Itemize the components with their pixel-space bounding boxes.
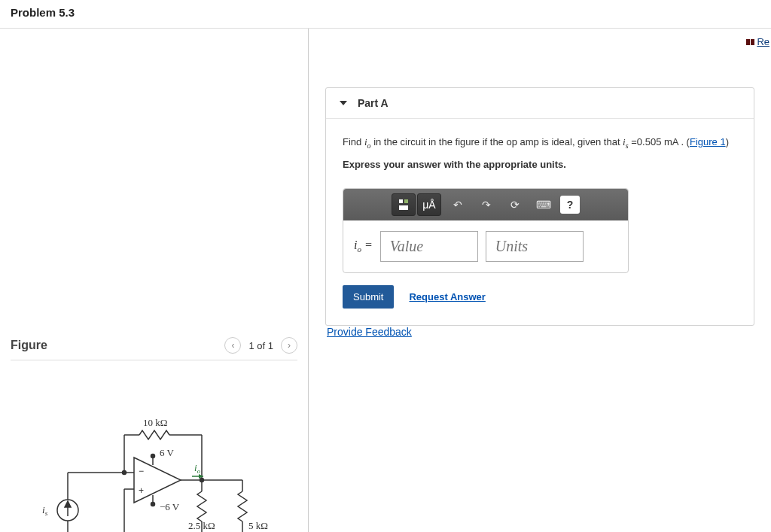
- vminus-label: −6 V: [160, 501, 180, 512]
- undo-button[interactable]: ↶: [446, 193, 470, 216]
- help-button[interactable]: ?: [560, 196, 580, 214]
- figure-pager: ‹ 1 of 1 ›: [224, 337, 297, 354]
- answer-variable-label: io =: [354, 239, 373, 254]
- svg-point-32: [151, 503, 155, 506]
- pager-label: 1 of 1: [248, 340, 273, 351]
- vplus-label: 6 V: [160, 447, 175, 458]
- svg-rect-48: [399, 205, 408, 210]
- redo-button[interactable]: ↷: [474, 193, 498, 216]
- part-title: Part A: [358, 97, 389, 109]
- value-input[interactable]: [380, 231, 478, 262]
- circuit-figure: − +: [30, 405, 286, 532]
- right-pane: Re Part A Find io in the circuit in the …: [309, 29, 771, 532]
- question-prompt: Find io in the circuit in the figure if …: [343, 134, 737, 152]
- figure-heading: Figure: [11, 339, 47, 352]
- input-toolbar: μÅ ↶ ↷ ⟳ ⌨ ?: [343, 189, 628, 220]
- units-input[interactable]: [486, 231, 584, 262]
- review-link[interactable]: Re: [746, 36, 769, 47]
- reset-button[interactable]: ⟳: [503, 193, 527, 216]
- fraction-icon: [398, 199, 410, 211]
- answer-input-area: μÅ ↶ ↷ ⟳ ⌨ ? io =: [343, 188, 629, 273]
- svg-point-44: [123, 471, 126, 475]
- r2-label: 5 kΩ: [248, 520, 268, 531]
- template-button[interactable]: [392, 193, 416, 216]
- svg-text:−: −: [139, 466, 144, 476]
- left-pane: Figure ‹ 1 of 1 ›: [0, 29, 309, 532]
- svg-point-30: [151, 454, 155, 458]
- instruction-text: Express your answer with the appropriate…: [343, 157, 737, 173]
- svg-marker-24: [134, 458, 181, 503]
- pager-prev-button[interactable]: ‹: [224, 337, 241, 354]
- r-top-label: 10 kΩ: [143, 417, 167, 428]
- part-a-section: Part A Find io in the circuit in the fig…: [325, 87, 754, 326]
- submit-button[interactable]: Submit: [343, 285, 394, 309]
- part-header[interactable]: Part A: [326, 88, 754, 119]
- svg-rect-47: [404, 199, 408, 203]
- pager-next-button[interactable]: ›: [281, 337, 297, 354]
- r1-label: 2.5 kΩ: [188, 520, 215, 531]
- problem-title: Problem 5.3: [11, 6, 760, 19]
- svg-text:+: +: [139, 485, 144, 496]
- request-answer-link[interactable]: Request Answer: [409, 291, 485, 302]
- problem-header: Problem 5.3: [0, 0, 771, 29]
- book-icon: [746, 39, 754, 45]
- svg-rect-46: [399, 199, 403, 203]
- svg-marker-18: [65, 501, 71, 507]
- provide-feedback-link[interactable]: Provide Feedback: [327, 326, 412, 338]
- keyboard-button[interactable]: ⌨: [532, 193, 556, 216]
- is-label: is: [42, 504, 48, 517]
- caret-down-icon: [340, 101, 347, 105]
- svg-point-45: [200, 479, 204, 482]
- figure-1-link[interactable]: Figure 1: [690, 136, 726, 147]
- io-label: io: [194, 462, 201, 475]
- units-button[interactable]: μÅ: [417, 193, 441, 216]
